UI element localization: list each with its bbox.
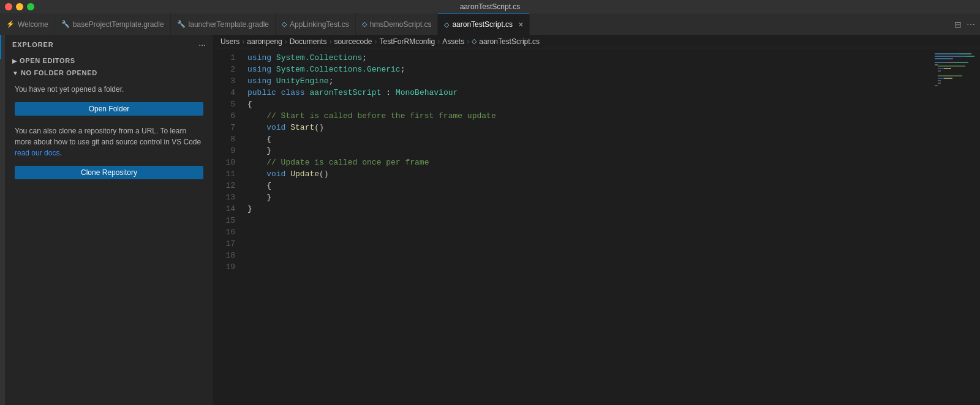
tab-actions: ⊟ ⋯ [954, 13, 980, 35]
tab-base-project-label: baseProjectTemplate.gradle [73, 20, 164, 29]
breadcrumb-assets[interactable]: Assets [442, 37, 464, 46]
code-line-2: using System.Collections.Generic; [247, 64, 931, 75]
sidebar-header-actions: ··· [198, 40, 206, 50]
svg-rect-13 [938, 75, 962, 76]
open-folder-button[interactable]: Open Folder [15, 102, 203, 116]
tab-app-linking[interactable]: ◇ AppLinkingTest.cs [276, 13, 356, 35]
sidebar-title: EXPLORER [12, 41, 54, 48]
code-line-13: // Update is called once per frame [247, 157, 931, 168]
breadcrumb-sep-4: › [374, 37, 377, 46]
breadcrumb-sep-5: › [437, 37, 440, 46]
ln-18: 18 [213, 250, 243, 261]
breadcrumb-current-file[interactable]: ◇ aaronTestScript.cs [472, 37, 540, 46]
svg-rect-18 [935, 85, 938, 86]
code-line-6: { [247, 98, 931, 110]
close-window-button[interactable] [5, 3, 12, 10]
code-line-17: } [247, 191, 931, 203]
code-line-11: } [247, 145, 931, 157]
ln-2: 2 [213, 64, 243, 75]
minimap-canvas [935, 53, 978, 90]
maximize-window-button[interactable] [27, 3, 34, 10]
tab-hms-demo[interactable]: ◇ hmsDemoScript.cs [356, 13, 439, 35]
traffic-lights [5, 3, 34, 10]
minimap [931, 48, 980, 405]
clone-repository-button[interactable]: Clone Repository [15, 166, 203, 179]
split-editor-icon[interactable]: ⊟ [954, 20, 962, 29]
clone-info-text-2: . [59, 149, 61, 157]
breadcrumb-aaronpeng[interactable]: aaronpeng [247, 37, 282, 46]
cs-icon-hms: ◇ [362, 20, 367, 28]
ln-13: 13 [213, 191, 243, 203]
code-content[interactable]: using System.Collections; using System.C… [243, 48, 931, 405]
breadcrumb-sep-6: › [467, 37, 469, 46]
cs-icon-aaron: ◇ [444, 21, 449, 29]
tab-launcher[interactable]: 🔧 launcherTemplate.gradle [171, 13, 276, 35]
tab-aaron-test[interactable]: ◇ aaronTestScript.cs × [438, 13, 530, 35]
no-folder-arrow-icon: ▼ [12, 70, 18, 76]
svg-rect-5 [935, 62, 947, 63]
no-folder-text: You have not yet opened a folder. [15, 84, 203, 95]
breadcrumb-documents[interactable]: Documents [290, 37, 327, 46]
tab-app-linking-label: AppLinkingTest.cs [290, 20, 349, 29]
ln-1: 1 [213, 52, 243, 64]
sidebar-header: EXPLORER ··· [5, 35, 213, 54]
tab-welcome-label: Welcome [18, 20, 48, 29]
editor-area: Users › aaronpeng › Documents › sourceco… [213, 35, 980, 405]
tab-bar: ⚡ Welcome 🔧 baseProjectTemplate.gradle 🔧… [0, 13, 980, 35]
breadcrumb-sep-1: › [242, 37, 244, 46]
svg-rect-9 [938, 65, 965, 67]
ln-19: 19 [213, 261, 243, 273]
open-editors-arrow-icon: ▶ [12, 58, 17, 64]
ln-7: 7 [213, 122, 243, 133]
ln-16: 16 [213, 226, 243, 238]
clone-info-text-1: You can also clone a repository from a U… [15, 127, 201, 146]
code-line-7: // Start is called before the first fram… [247, 110, 931, 122]
svg-rect-10 [938, 68, 944, 69]
code-line-9: { [247, 133, 931, 145]
breadcrumb-sourcecode[interactable]: sourcecode [334, 37, 372, 46]
code-line-14: void Update() [247, 168, 931, 180]
clone-info-link[interactable]: read our docs [15, 149, 59, 157]
no-folder-section-header[interactable]: ▼ NO FOLDER OPENED [5, 67, 213, 79]
gradle-icon: 🔧 [61, 20, 70, 28]
tab-hms-demo-label: hmsDemoScript.cs [370, 20, 432, 29]
ln-17: 17 [213, 238, 243, 250]
svg-rect-8 [935, 64, 938, 65]
code-line-18: } [247, 203, 931, 215]
svg-rect-6 [947, 62, 956, 63]
breadcrumb-sep-3: › [329, 37, 331, 46]
ln-3: 3 [213, 75, 243, 87]
code-line-1: using System.Collections; [247, 52, 931, 64]
ln-11: 11 [213, 168, 243, 180]
code-line-15: { [247, 180, 931, 191]
svg-rect-17 [938, 83, 941, 84]
tab-welcome[interactable]: ⚡ Welcome [0, 13, 55, 35]
main-layout: EXPLORER ··· ▶ OPEN EDITORS ▼ NO FOLDER … [0, 35, 980, 405]
minimize-window-button[interactable] [16, 3, 23, 10]
tab-close-button[interactable]: × [518, 20, 523, 29]
open-editors-section-header[interactable]: ▶ OPEN EDITORS [5, 54, 213, 67]
window-title: aaronTestScript.cs [460, 2, 521, 11]
tab-base-project[interactable]: 🔧 baseProjectTemplate.gradle [55, 13, 171, 35]
code-line-5: public class aaronTestScript : MonoBehav… [247, 87, 931, 98]
sidebar: EXPLORER ··· ▶ OPEN EDITORS ▼ NO FOLDER … [5, 35, 213, 405]
activity-bar [0, 35, 5, 405]
svg-rect-11 [944, 68, 951, 69]
ln-4: 4 [213, 87, 243, 98]
ln-5: 5 [213, 98, 243, 110]
code-line-3: using UnityEngine; [247, 75, 931, 87]
breadcrumb-file-icon: ◇ [472, 37, 477, 45]
sidebar-more-icon[interactable]: ··· [198, 40, 206, 50]
breadcrumb-users[interactable]: Users [221, 37, 239, 46]
more-actions-icon[interactable]: ⋯ [967, 20, 975, 29]
cs-icon-app: ◇ [282, 20, 287, 28]
svg-rect-2 [935, 56, 965, 57]
svg-rect-15 [944, 78, 952, 79]
ln-6: 6 [213, 110, 243, 122]
ln-14: 14 [213, 203, 243, 215]
svg-rect-4 [935, 58, 953, 59]
code-editor[interactable]: 1 2 3 4 5 6 7 8 9 10 11 12 13 14 15 16 1… [213, 48, 980, 405]
breadcrumb-testformrconfig[interactable]: TestForRMconfig [379, 37, 435, 46]
open-editors-title: OPEN EDITORS [20, 57, 75, 64]
ln-10: 10 [213, 157, 243, 168]
